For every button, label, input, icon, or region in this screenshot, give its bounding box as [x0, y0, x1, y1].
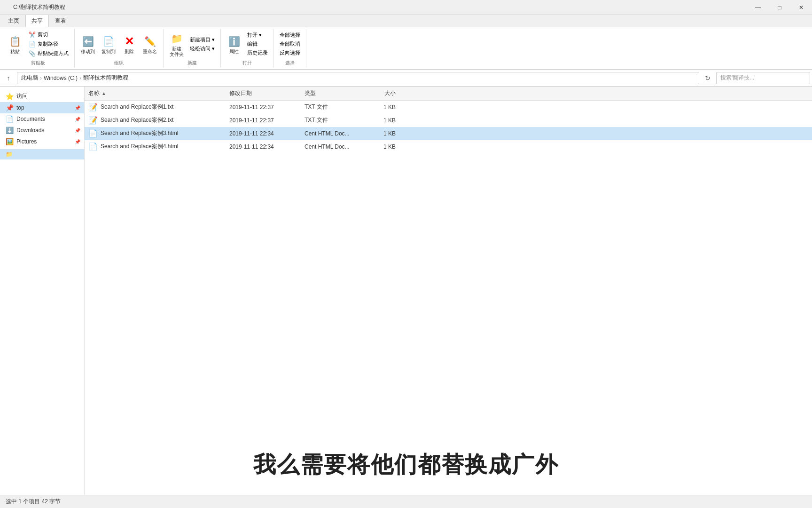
properties-icon: ℹ️	[226, 34, 242, 49]
title-path: C:\翻译技术简明教程	[13, 3, 65, 11]
open-button[interactable]: 打开 ▾	[245, 31, 270, 39]
move-to-button[interactable]: ⬅️ 移动到	[78, 33, 97, 56]
search-box[interactable]: 搜索'翻译技...'	[716, 72, 810, 84]
sidebar-item-access[interactable]: ⭐ 访问	[0, 90, 84, 102]
file-name-cell: 📝 Search and Replace案例2.txt	[85, 115, 226, 126]
file-type-cell: Cent HTML Doc...	[301, 129, 362, 138]
file-rows: 📝 Search and Replace案例1.txt 2019-11-11 2…	[85, 101, 812, 153]
sort-arrow: ▲	[102, 91, 106, 96]
new-item-button[interactable]: 新建项目 ▾	[188, 36, 217, 44]
table-row[interactable]: 📝 Search and Replace案例1.txt 2019-11-11 2…	[85, 101, 812, 114]
tab-home[interactable]: 主页	[2, 15, 25, 27]
maximize-button[interactable]: □	[769, 0, 790, 15]
subtitle: 我么需要将他们都替换成广外	[0, 450, 812, 480]
col-type[interactable]: 类型	[301, 88, 362, 98]
organize-group-label: 组织	[78, 59, 159, 67]
file-date-cell: 2019-11-11 22:34	[226, 129, 301, 138]
pin-icon: 📌	[75, 105, 80, 111]
table-row[interactable]: 📝 Search and Replace案例2.txt 2019-11-11 2…	[85, 114, 812, 127]
top-icon: 📌	[6, 104, 14, 111]
path-pc[interactable]: 此电脑	[21, 74, 38, 82]
table-row[interactable]: 📄 Search and Replace案例4.html 2019-11-11 …	[85, 140, 812, 153]
col-name[interactable]: 名称 ▲	[85, 88, 226, 98]
tab-share[interactable]: 共享	[25, 15, 49, 27]
select-none-button[interactable]: 全部取消	[278, 40, 302, 48]
group-clipboard: 📋 粘贴 ✂️ 剪切 📄 复制路径 📎 粘贴快捷方式 剪贴板	[2, 29, 75, 67]
sidebar-item-current[interactable]: 📁	[0, 149, 84, 159]
edit-label: 编辑	[247, 40, 258, 48]
pin-icon-4: 📌	[75, 139, 80, 144]
file-icon: 📄	[88, 129, 98, 138]
paste-button[interactable]: 📋 粘贴	[6, 33, 24, 56]
file-name: Search and Replace案例1.txt	[101, 103, 173, 111]
col-name-label: 名称	[88, 89, 100, 97]
copy-path-button[interactable]: 📄 复制路径	[26, 40, 70, 48]
invert-selection-button[interactable]: 反向选择	[278, 49, 302, 57]
delete-button[interactable]: ✕ 删除	[120, 33, 139, 56]
sidebar-item-pictures[interactable]: 🖼️ Pictures 📌	[0, 136, 84, 147]
file-size-cell: 1 KB	[362, 143, 399, 151]
new-folder-button[interactable]: 📁 新建文件夹	[167, 30, 186, 58]
sidebar-label-downloads: Downloads	[16, 127, 44, 134]
easy-access-button[interactable]: 轻松访问 ▾	[188, 45, 217, 53]
pictures-icon: 🖼️	[6, 138, 14, 145]
new-item-label: 新建项目 ▾	[190, 36, 215, 43]
sidebar-item-documents[interactable]: 📄 Documents 📌	[0, 113, 84, 125]
table-row[interactable]: 📄 Search and Replace案例3.html 2019-11-11 …	[85, 127, 812, 140]
paste-shortcut-icon: 📎	[28, 50, 36, 57]
select-all-button[interactable]: 全部选择	[278, 31, 302, 39]
paste-icon: 📋	[8, 34, 23, 49]
sidebar-item-downloads[interactable]: ⬇️ Downloads 📌	[0, 125, 84, 136]
new-group-label: 新建	[167, 59, 217, 67]
col-size[interactable]: 大小	[362, 88, 399, 98]
documents-icon: 📄	[6, 115, 14, 123]
cut-button[interactable]: ✂️ 剪切	[26, 31, 70, 39]
path-folder[interactable]: 翻译技术简明教程	[83, 74, 128, 82]
nav-up-button[interactable]: ↑	[2, 71, 15, 85]
refresh-button[interactable]: ↻	[701, 71, 714, 85]
edit-button[interactable]: 编辑	[245, 40, 270, 48]
file-type-cell: TXT 文件	[301, 102, 362, 112]
cut-label: 剪切	[38, 31, 48, 38]
new-folder-label: 新建文件夹	[170, 46, 184, 57]
file-name: Search and Replace案例2.txt	[101, 116, 173, 124]
sidebar-label-top: top	[16, 104, 24, 111]
file-date-cell: 2019-11-11 22:34	[226, 143, 301, 151]
content-empty	[85, 153, 812, 495]
properties-button[interactable]: ℹ️ 属性	[225, 33, 243, 56]
address-path[interactable]: 此电脑 › Windows (C:) › 翻译技术简明教程	[17, 72, 699, 84]
copy-to-button[interactable]: 📄 复制到	[99, 33, 118, 56]
window-controls: — □ ✕	[747, 0, 812, 15]
group-open: ℹ️ 属性 打开 ▾ 编辑 历史记录 打开	[221, 29, 274, 67]
paste-shortcut-button[interactable]: 📎 粘贴快捷方式	[26, 49, 70, 58]
copy-path-icon: 📄	[28, 40, 36, 48]
file-name-cell: 📝 Search and Replace案例1.txt	[85, 102, 226, 112]
file-date-cell: 2019-11-11 22:37	[226, 116, 301, 125]
sidebar-label-access: 访问	[16, 92, 28, 100]
tab-view[interactable]: 查看	[49, 15, 72, 27]
title-bar: C:\翻译技术简明教程 — □ ✕	[0, 0, 812, 15]
properties-label: 属性	[229, 49, 239, 55]
copy-icon: 📄	[101, 34, 116, 49]
path-c[interactable]: Windows (C:)	[44, 75, 78, 81]
rename-button[interactable]: ✏️ 重命名	[141, 33, 159, 56]
close-button[interactable]: ✕	[790, 0, 812, 15]
sidebar-item-top[interactable]: 📌 top 📌	[0, 102, 84, 113]
col-date[interactable]: 修改日期	[226, 88, 301, 98]
file-name: Search and Replace案例3.html	[101, 129, 178, 137]
group-organize: ⬅️ 移动到 📄 复制到 ✕ 删除 ✏️ 重命名 组织	[75, 29, 164, 67]
minimize-button[interactable]: —	[747, 0, 769, 15]
pin-icon-2: 📌	[75, 117, 80, 122]
file-name: Search and Replace案例4.html	[101, 143, 178, 151]
file-icon: 📄	[88, 142, 98, 151]
ribbon-toolbar: 📋 粘贴 ✂️ 剪切 📄 复制路径 📎 粘贴快捷方式 剪贴板	[0, 27, 812, 70]
paste-label: 粘贴	[10, 49, 20, 55]
select-group-label: 选择	[278, 59, 302, 67]
history-button[interactable]: 历史记录	[245, 49, 270, 57]
open-group-label: 打开	[225, 59, 270, 67]
open-label: 打开 ▾	[247, 32, 262, 39]
copy-label: 复制到	[102, 49, 116, 55]
clipboard-group-label: 剪贴板	[6, 59, 70, 67]
ribbon-tabs: 主页 共享 查看	[0, 15, 812, 27]
pin-icon-3: 📌	[75, 128, 80, 133]
